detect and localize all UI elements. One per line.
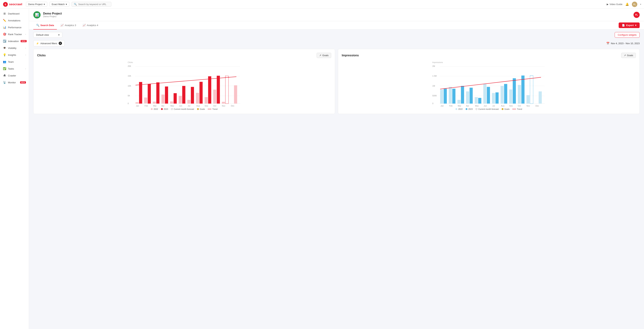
tab-analytics-3[interactable]: 📈 Analytics 3 [58,21,79,30]
x-label-dec: Dec [231,105,234,106]
tab-analytics-4[interactable]: 📈 Analytics 4 [80,21,101,30]
impr-2022-bar-feb [449,87,452,104]
y-label-0-impressions: 0 [432,102,434,104]
impr-x-sep: Sep [509,105,513,106]
user-avatar[interactable]: FL [632,2,637,7]
y-axis-title-clicks: Clicks [128,61,133,64]
search-bar: 🔍 [72,2,112,7]
match-dropdown-label: Exact Match [52,3,65,6]
y-label-5k: 5K [128,94,130,97]
navbar: S seocrawl Demo Project ▾ Exact Match ▾ … [0,0,644,9]
impr-legend-dot-2023 [466,108,468,110]
y-label-500k: 500K [432,94,437,97]
sidebar-item-rank-tracker[interactable]: 🎯 Rank Tracker › [0,31,29,38]
tasks-chevron-icon: › [25,68,26,70]
notifications-bell-icon[interactable]: 🔔 [625,2,629,6]
sidebar-label-annotations: Annotations [8,19,26,22]
default-view-chevron-icon: ▾ [58,34,60,36]
sidebar-item-team[interactable]: 👥 Team [0,58,29,65]
project-name: Demo Project [43,12,62,15]
sidebar-item-visibility[interactable]: 👁️ Visibility › [0,44,29,52]
clicks-2022-bar-oct [213,90,216,104]
impr-2022-bar-jun [483,84,486,104]
sidebar-item-insights[interactable]: 💡 Insights › [0,52,29,58]
sidebar-label-visibility: Visibility [8,47,24,50]
default-view-label: Default view [36,34,49,36]
video-guide-button[interactable]: ▶ Video Guide [607,3,622,6]
y-label-15k: 15K [128,75,131,77]
sidebar-item-indexation[interactable]: ☑️ Indexation NEW [0,38,29,44]
sidebar-label-performance: Performance [8,26,26,29]
match-dropdown[interactable]: Exact Match ▾ [50,2,70,7]
clicks-chart-area: Clicks 20K 15K 10K 5K 0 [37,60,331,106]
x-label-may: May [170,105,174,106]
impr-legend-trend: Trend [512,108,522,110]
sidebar-label-indexation: Indexation [8,40,19,42]
impr-2022-bar-nov [526,95,530,104]
tabs-bar: 🔍 Search Data 📈 Analytics 3 📈 Analytics … [29,21,644,30]
filter-icon: ⚡ [36,42,39,45]
x-label-apr: Apr [161,105,164,106]
export-button[interactable]: 📄 Export ▾ [619,22,640,28]
impr-2022-bar-jul [492,93,495,104]
legend-trend: Trend [208,108,217,110]
sidebar-item-monitor[interactable]: 📡 Monitor NEW [0,79,29,86]
clicks-2022-bar-sep [205,97,208,104]
legend-line-trend [208,109,211,109]
legend-forecast: Current month forecast [171,108,194,110]
search-input[interactable] [78,3,109,6]
sidebar-item-annotations[interactable]: ✏️ Annotations [0,17,29,24]
brand-name: seocrawl [9,2,22,6]
chevron-down-icon: ▾ [44,3,45,6]
clicks-2022-bar-apr [161,94,164,104]
brand-logo[interactable]: S seocrawl [3,2,22,7]
annotations-icon: ✏️ [3,19,6,22]
sidebar-item-dashboard[interactable]: ⊞ Dashboard [0,10,29,17]
project-dropdown-label: Demo Project [28,3,42,6]
impr-2023-bar-may [478,98,481,104]
impressions-goals-button[interactable]: ↗ Goals [621,53,636,58]
clicks-goals-button[interactable]: ↗ Goals [316,53,331,58]
impr-2023-bar-dec [538,92,542,104]
impressions-trend-line [440,77,541,89]
x-label-oct: Oct [213,105,216,106]
impr-x-jul: Jul [492,105,495,106]
clicks-2022-bar-jul [187,100,190,104]
analytics4-icon: 📈 [82,24,86,27]
advanced-filters-button[interactable]: ⚡ Advanced filters 0 [33,40,65,46]
impr-legend-2022: 2022 [456,108,462,110]
legend-label-2023: 2023 [164,108,168,110]
clicks-2022-bar-nov [222,102,225,104]
nav-right: ▶ Video Guide 🔔 FL ▾ [607,2,641,7]
sidebar-label-dashboard: Dashboard [8,12,26,15]
impressions-chart-header: Impressions ↗ Goals [342,53,636,58]
video-guide-label: Video Guide [610,3,622,6]
project-info: Demo Project Demo-Project [43,12,62,18]
trend-up-icon-impressions: ↗ [624,54,626,57]
configure-widgets-button[interactable]: Configure widgets [615,32,640,38]
impr-2023-bar-feb [452,88,456,104]
logo-icon: S [3,2,8,7]
impr-legend-label-forecast: Current month forecast [478,108,499,110]
clicks-2023-bar-oct [217,76,220,104]
legend-label-goals: Goals [200,108,205,110]
sidebar-item-performance[interactable]: 📊 Performance [0,24,29,31]
clicks-2022-bar-jun [179,96,182,104]
sidebar-item-tasks[interactable]: ✅ Tasks › [0,65,29,72]
impr-x-jun: Jun [484,105,487,106]
filters-bar: ⚡ Advanced filters 0 📅 Nov 4, 2023 - Nov… [29,40,644,49]
default-view-dropdown[interactable]: Default view ▾ [33,32,62,38]
impr-x-dec: Dec [536,105,539,106]
trend-up-icon: ↗ [319,54,321,57]
legend-label-2022: 2022 [154,108,158,110]
tab-search-data[interactable]: 🔍 Search Data [33,21,57,30]
clicks-chart-legend: 2022 2023 Current month forecast Goals [37,108,331,110]
date-range-display: 📅 Nov 4, 2023 - Nov 10, 2023 [606,42,640,45]
indexation-icon: ☑️ [3,40,6,43]
sidebar-label-insights: Insights [8,54,24,56]
y-label-1m: 1M [432,85,435,87]
sidebar-item-crawler[interactable]: 🕷️ Crawler [0,72,29,79]
project-user-avatar[interactable]: FL [634,12,640,18]
project-dropdown[interactable]: Demo Project ▾ [26,2,47,7]
clicks-2023-bar-sep [208,76,211,104]
